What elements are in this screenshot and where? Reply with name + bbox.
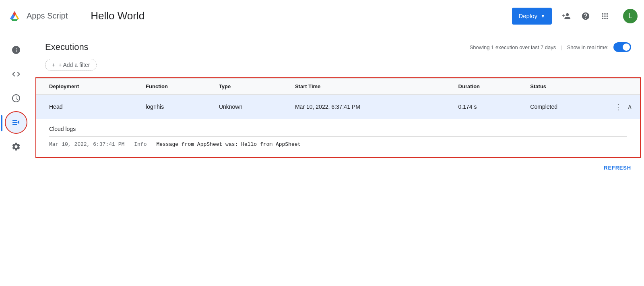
log-level: Info xyxy=(134,141,147,147)
cell-duration: 0.174 s xyxy=(452,95,524,119)
help-icon xyxy=(581,12,590,21)
add-filter-label: + Add a filter xyxy=(58,62,90,68)
executions-red-border-wrapper: Deployment Function Type Start Time Dura… xyxy=(35,77,641,158)
executions-header: Executions Showing 1 execution over last… xyxy=(32,32,644,59)
table-row[interactable]: Head logThis Unknown Mar 10, 2022, 6:37:… xyxy=(36,95,640,119)
cell-row-actions: ⋮ ∧ xyxy=(608,95,640,119)
log-message: Message from AppSheet was: Hello from Ap… xyxy=(156,141,301,147)
cloud-logs-title: Cloud logs xyxy=(49,126,627,132)
deploy-chevron-icon: ▼ xyxy=(541,13,545,19)
settings-icon xyxy=(11,142,21,151)
project-name-label: Hello World xyxy=(91,10,144,22)
help-button[interactable] xyxy=(578,8,594,24)
main-layout: Executions Showing 1 execution over last… xyxy=(0,32,644,286)
header-right-icons: L xyxy=(558,8,638,24)
add-person-icon xyxy=(562,12,571,21)
logo-area: Apps Script xyxy=(6,8,68,24)
col-type: Type xyxy=(213,79,289,95)
sidebar xyxy=(0,32,32,286)
apps-script-logo xyxy=(6,8,23,24)
col-deployment: Deployment xyxy=(36,79,139,95)
refresh-button[interactable]: REFRESH xyxy=(604,165,631,171)
meta-divider: | xyxy=(561,44,562,50)
sidebar-item-overview[interactable] xyxy=(5,39,27,61)
col-function: Function xyxy=(139,79,213,95)
app-name-label: Apps Script xyxy=(27,11,68,21)
executions-meta: Showing 1 execution over last 7 days | S… xyxy=(95,42,631,52)
log-timestamp: Mar 10, 2022, 6:37:41 PM xyxy=(49,141,124,147)
realtime-toggle[interactable]: ✓ xyxy=(613,42,631,52)
sidebar-item-editor[interactable] xyxy=(5,63,27,85)
add-filter-icon: + xyxy=(52,62,55,68)
add-filter-button[interactable]: + + Add a filter xyxy=(45,59,97,71)
executions-table: Deployment Function Type Start Time Dura… xyxy=(36,78,640,119)
log-entry: Mar 10, 2022, 6:37:41 PM Info Message fr… xyxy=(49,141,627,147)
col-status: Status xyxy=(524,79,608,95)
header-vertical-divider xyxy=(84,10,84,23)
sidebar-item-triggers[interactable] xyxy=(5,87,27,110)
filter-row: + + Add a filter xyxy=(32,59,644,77)
executions-meta-realtime: Show in real time: xyxy=(567,44,609,50)
triggers-icon xyxy=(11,93,21,103)
sidebar-item-executions[interactable] xyxy=(5,111,27,134)
realtime-toggle-container: ✓ xyxy=(613,42,631,52)
header: Apps Script Hello World Deploy ▼ L xyxy=(0,0,644,32)
col-duration: Duration xyxy=(452,79,524,95)
executions-meta-showing: Showing 1 execution over last 7 days xyxy=(470,44,556,50)
info-icon xyxy=(11,45,21,55)
header-right-divider xyxy=(618,10,618,23)
toggle-check-icon: ✓ xyxy=(625,44,629,50)
sidebar-item-settings[interactable] xyxy=(5,135,27,158)
deploy-button[interactable]: Deploy ▼ xyxy=(512,8,552,25)
cell-start-time: Mar 10, 2022, 6:37:41 PM xyxy=(289,95,452,119)
col-actions xyxy=(608,79,640,95)
refresh-footer: REFRESH xyxy=(32,158,644,177)
executions-icon xyxy=(11,118,21,127)
add-person-button[interactable] xyxy=(558,8,574,24)
table-header-row: Deployment Function Type Start Time Dura… xyxy=(36,79,640,95)
avatar[interactable]: L xyxy=(623,9,638,23)
sidebar-active-indicator xyxy=(1,115,2,131)
code-icon xyxy=(11,69,21,79)
content-area: Executions Showing 1 execution over last… xyxy=(32,32,644,286)
cell-status: Completed xyxy=(524,95,608,119)
cell-deployment: Head xyxy=(36,95,139,119)
executions-title: Executions xyxy=(45,42,89,52)
row-collapse-icon[interactable]: ∧ xyxy=(627,102,632,111)
cell-type: Unknown xyxy=(213,95,289,119)
apps-grid-icon xyxy=(601,12,609,21)
apps-grid-button[interactable] xyxy=(597,8,613,24)
cell-function: logThis xyxy=(139,95,213,119)
cloud-logs-divider xyxy=(49,136,627,137)
cloud-logs-section: Cloud logs Mar 10, 2022, 6:37:41 PM Info… xyxy=(36,119,640,157)
col-start-time: Start Time xyxy=(289,79,452,95)
deploy-label: Deploy xyxy=(518,12,537,19)
row-more-options-icon[interactable]: ⋮ xyxy=(614,102,622,112)
